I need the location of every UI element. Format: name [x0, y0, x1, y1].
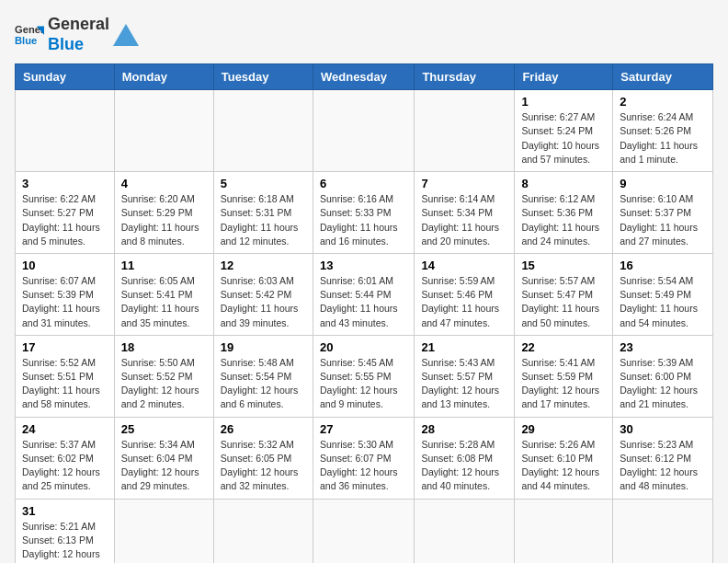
- day-number: 10: [22, 259, 108, 272]
- day-info: Sunrise: 6:10 AMSunset: 5:37 PMDaylight:…: [620, 192, 706, 248]
- weekday-header-friday: Friday: [515, 64, 613, 90]
- calendar-cell: [313, 90, 414, 172]
- day-info: Sunrise: 5:57 AMSunset: 5:47 PMDaylight:…: [521, 274, 606, 330]
- day-number: 15: [521, 259, 606, 272]
- calendar-cell: 17Sunrise: 5:52 AMSunset: 5:51 PMDayligh…: [16, 335, 115, 417]
- calendar-cell: 11Sunrise: 6:05 AMSunset: 5:41 PMDayligh…: [114, 253, 213, 335]
- logo-triangle-icon: [113, 22, 139, 48]
- calendar-cell: 15Sunrise: 5:57 AMSunset: 5:47 PMDayligh…: [515, 253, 613, 335]
- calendar-cell: [16, 90, 115, 172]
- logo-general: General: [48, 15, 109, 35]
- day-number: 22: [521, 340, 606, 354]
- day-info: Sunrise: 6:07 AMSunset: 5:39 PMDaylight:…: [22, 274, 108, 330]
- calendar-week-4: 24Sunrise: 5:37 AMSunset: 6:02 PMDayligh…: [16, 417, 713, 499]
- calendar-cell: [213, 90, 313, 172]
- day-info: Sunrise: 5:39 AMSunset: 6:00 PMDaylight:…: [620, 356, 706, 412]
- day-info: Sunrise: 5:21 AMSunset: 6:13 PMDaylight:…: [22, 520, 108, 563]
- day-info: Sunrise: 5:54 AMSunset: 5:49 PMDaylight:…: [620, 274, 706, 330]
- calendar-cell: 31Sunrise: 5:21 AMSunset: 6:13 PMDayligh…: [16, 499, 115, 563]
- logo-icon: General Blue: [15, 20, 44, 50]
- day-info: Sunrise: 5:50 AMSunset: 5:52 PMDaylight:…: [121, 356, 207, 412]
- calendar-cell: [415, 499, 515, 563]
- day-info: Sunrise: 6:20 AMSunset: 5:29 PMDaylight:…: [121, 192, 207, 248]
- calendar-cell: [213, 499, 313, 563]
- svg-text:General: General: [15, 24, 44, 35]
- calendar-cell: [313, 499, 414, 563]
- day-info: Sunrise: 5:30 AMSunset: 6:07 PMDaylight:…: [320, 438, 407, 494]
- calendar-cell: 13Sunrise: 6:01 AMSunset: 5:44 PMDayligh…: [313, 253, 414, 335]
- day-number: 25: [121, 422, 207, 436]
- calendar-cell: 24Sunrise: 5:37 AMSunset: 6:02 PMDayligh…: [16, 417, 115, 499]
- day-number: 7: [421, 177, 507, 190]
- calendar-cell: 10Sunrise: 6:07 AMSunset: 5:39 PMDayligh…: [16, 253, 115, 335]
- calendar-cell: 23Sunrise: 5:39 AMSunset: 6:00 PMDayligh…: [613, 335, 713, 417]
- day-info: Sunrise: 5:23 AMSunset: 6:12 PMDaylight:…: [620, 438, 706, 494]
- day-info: Sunrise: 6:14 AMSunset: 5:34 PMDaylight:…: [421, 192, 507, 248]
- day-number: 17: [22, 340, 108, 354]
- calendar-cell: 6Sunrise: 6:16 AMSunset: 5:33 PMDaylight…: [313, 172, 414, 254]
- calendar-cell: 18Sunrise: 5:50 AMSunset: 5:52 PMDayligh…: [114, 335, 213, 417]
- calendar-cell: 22Sunrise: 5:41 AMSunset: 5:59 PMDayligh…: [515, 335, 613, 417]
- day-number: 6: [320, 177, 407, 190]
- calendar-week-3: 17Sunrise: 5:52 AMSunset: 5:51 PMDayligh…: [16, 335, 713, 417]
- day-number: 3: [22, 177, 108, 190]
- calendar-table: SundayMondayTuesdayWednesdayThursdayFrid…: [15, 63, 713, 563]
- day-number: 14: [421, 259, 507, 272]
- calendar-cell: 30Sunrise: 5:23 AMSunset: 6:12 PMDayligh…: [613, 417, 713, 499]
- day-info: Sunrise: 5:26 AMSunset: 6:10 PMDaylight:…: [521, 438, 606, 494]
- weekday-header-row: SundayMondayTuesdayWednesdayThursdayFrid…: [16, 64, 713, 90]
- day-info: Sunrise: 5:59 AMSunset: 5:46 PMDaylight:…: [421, 274, 507, 330]
- day-number: 12: [221, 259, 306, 272]
- calendar-cell: 19Sunrise: 5:48 AMSunset: 5:54 PMDayligh…: [213, 335, 313, 417]
- day-number: 19: [221, 340, 306, 354]
- calendar-cell: [114, 90, 213, 172]
- day-number: 8: [521, 177, 606, 190]
- weekday-header-saturday: Saturday: [613, 64, 713, 90]
- calendar-week-5: 31Sunrise: 5:21 AMSunset: 6:13 PMDayligh…: [16, 499, 713, 563]
- day-number: 20: [320, 340, 407, 354]
- day-number: 29: [521, 422, 606, 436]
- day-info: Sunrise: 6:12 AMSunset: 5:36 PMDaylight:…: [521, 192, 606, 248]
- day-number: 21: [421, 340, 507, 354]
- weekday-header-sunday: Sunday: [16, 64, 115, 90]
- weekday-header-monday: Monday: [114, 64, 213, 90]
- weekday-header-tuesday: Tuesday: [213, 64, 313, 90]
- day-number: 16: [620, 259, 706, 272]
- day-number: 23: [620, 340, 706, 354]
- day-number: 28: [421, 422, 507, 436]
- day-info: Sunrise: 6:18 AMSunset: 5:31 PMDaylight:…: [221, 192, 306, 248]
- svg-text:Blue: Blue: [15, 34, 37, 45]
- day-info: Sunrise: 6:03 AMSunset: 5:42 PMDaylight:…: [221, 274, 306, 330]
- day-number: 5: [221, 177, 306, 190]
- day-info: Sunrise: 6:24 AMSunset: 5:26 PMDaylight:…: [620, 110, 706, 167]
- day-info: Sunrise: 6:01 AMSunset: 5:44 PMDaylight:…: [320, 274, 407, 330]
- day-number: 27: [320, 422, 407, 436]
- day-number: 26: [221, 422, 306, 436]
- calendar-cell: 8Sunrise: 6:12 AMSunset: 5:36 PMDaylight…: [515, 172, 613, 254]
- calendar-week-2: 10Sunrise: 6:07 AMSunset: 5:39 PMDayligh…: [16, 253, 713, 335]
- weekday-header-thursday: Thursday: [415, 64, 515, 90]
- calendar-cell: 7Sunrise: 6:14 AMSunset: 5:34 PMDaylight…: [415, 172, 515, 254]
- day-number: 9: [620, 177, 706, 190]
- day-info: Sunrise: 5:37 AMSunset: 6:02 PMDaylight:…: [22, 438, 108, 494]
- day-info: Sunrise: 5:43 AMSunset: 5:57 PMDaylight:…: [421, 356, 507, 412]
- calendar-cell: 28Sunrise: 5:28 AMSunset: 6:08 PMDayligh…: [415, 417, 515, 499]
- day-number: 30: [620, 422, 706, 436]
- day-info: Sunrise: 6:27 AMSunset: 5:24 PMDaylight:…: [521, 110, 606, 167]
- day-info: Sunrise: 6:16 AMSunset: 5:33 PMDaylight:…: [320, 192, 407, 248]
- calendar-cell: [613, 499, 713, 563]
- day-info: Sunrise: 5:48 AMSunset: 5:54 PMDaylight:…: [221, 356, 306, 412]
- day-number: 11: [121, 259, 207, 272]
- day-number: 24: [22, 422, 108, 436]
- calendar-cell: 29Sunrise: 5:26 AMSunset: 6:10 PMDayligh…: [515, 417, 613, 499]
- calendar-cell: 2Sunrise: 6:24 AMSunset: 5:26 PMDaylight…: [613, 90, 713, 172]
- day-number: 2: [620, 95, 706, 109]
- calendar-cell: [114, 499, 213, 563]
- calendar-cell: 25Sunrise: 5:34 AMSunset: 6:04 PMDayligh…: [114, 417, 213, 499]
- calendar-cell: 27Sunrise: 5:30 AMSunset: 6:07 PMDayligh…: [313, 417, 414, 499]
- calendar-cell: 9Sunrise: 6:10 AMSunset: 5:37 PMDaylight…: [613, 172, 713, 254]
- day-info: Sunrise: 6:22 AMSunset: 5:27 PMDaylight:…: [22, 192, 108, 248]
- day-info: Sunrise: 5:32 AMSunset: 6:05 PMDaylight:…: [221, 438, 306, 494]
- calendar-cell: 16Sunrise: 5:54 AMSunset: 5:49 PMDayligh…: [613, 253, 713, 335]
- day-number: 18: [121, 340, 207, 354]
